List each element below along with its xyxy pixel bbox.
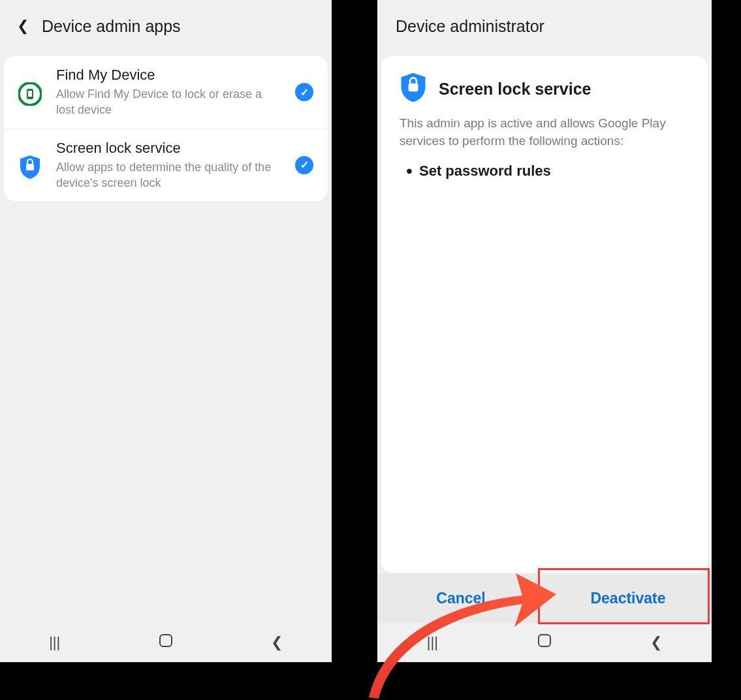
admin-description: This admin app is active and allows Goog… xyxy=(400,115,689,150)
check-icon: ✓ xyxy=(295,156,313,174)
list-item-subtitle: Allow Find My Device to lock or erase a … xyxy=(56,86,283,118)
svg-rect-2 xyxy=(28,91,32,97)
list-item-title: Screen lock service xyxy=(56,140,283,157)
header: ❮ Device admin apps xyxy=(0,0,332,52)
admin-detail-card: Screen lock service This admin app is ac… xyxy=(381,56,708,573)
shield-lock-icon xyxy=(13,151,47,180)
nav-back-icon[interactable]: ❮ xyxy=(255,629,298,656)
svg-rect-3 xyxy=(26,164,34,170)
nav-recents-icon[interactable]: ||| xyxy=(411,629,454,656)
list-item-title: Find My Device xyxy=(56,67,283,84)
header: Device administrator xyxy=(377,0,712,52)
bullet-icon: • xyxy=(400,163,419,179)
list-item-find-my-device[interactable]: Find My Device Allow Find My Device to l… xyxy=(4,56,328,129)
cancel-button[interactable]: Cancel xyxy=(377,573,544,623)
annotation-highlight-box xyxy=(538,568,710,624)
back-icon[interactable]: ❮ xyxy=(13,18,42,35)
svg-rect-4 xyxy=(160,635,172,646)
admin-action-item: • Set password rules xyxy=(400,163,689,180)
checked-indicator: ✓ xyxy=(290,156,319,174)
admin-action-text: Set password rules xyxy=(419,163,551,180)
list-item-screen-lock-service[interactable]: Screen lock service Allow apps to determ… xyxy=(4,129,328,202)
detail-head: Screen lock service xyxy=(400,72,689,106)
shield-lock-icon xyxy=(400,72,427,106)
app-name: Screen lock service xyxy=(439,80,591,99)
nav-home-icon[interactable] xyxy=(522,628,567,657)
nav-back-icon[interactable]: ❮ xyxy=(635,629,678,656)
find-my-device-icon xyxy=(13,78,47,106)
admin-apps-list: Find My Device Allow Find My Device to l… xyxy=(4,56,328,201)
screen-device-admin-apps: ❮ Device admin apps Find My Device Allow… xyxy=(0,0,332,662)
nav-recents-icon[interactable]: ||| xyxy=(33,629,76,656)
check-icon: ✓ xyxy=(295,83,313,101)
page-title: Device administrator xyxy=(396,17,544,36)
android-navbar: ||| ❮ xyxy=(0,623,332,662)
svg-rect-6 xyxy=(539,635,550,646)
page-title: Device admin apps xyxy=(42,17,181,36)
android-navbar: ||| ❮ xyxy=(377,623,712,662)
nav-home-icon[interactable] xyxy=(143,628,189,657)
list-item-body: Screen lock service Allow apps to determ… xyxy=(47,140,290,191)
svg-rect-5 xyxy=(409,84,418,91)
list-item-body: Find My Device Allow Find My Device to l… xyxy=(47,67,290,118)
list-item-subtitle: Allow apps to determine the quality of t… xyxy=(56,159,283,191)
screen-device-administrator: Device administrator Screen lock service… xyxy=(377,0,712,662)
checked-indicator: ✓ xyxy=(290,83,319,101)
